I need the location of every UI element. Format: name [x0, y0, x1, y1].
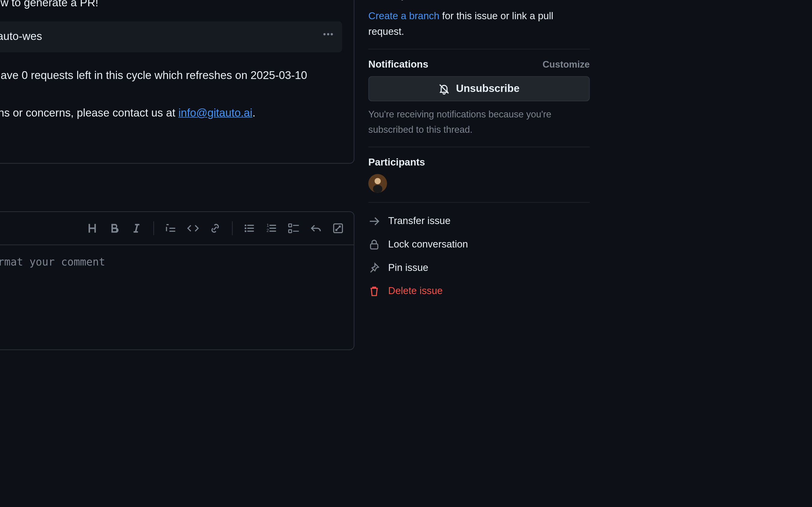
italic-button[interactable]: [127, 219, 147, 238]
editor-area: [0, 245, 354, 350]
issue-actions: Transfer issue Lock conversation Pin iss…: [368, 203, 590, 303]
svg-rect-30: [289, 224, 292, 227]
add-comment-title: Add a comment: [0, 185, 354, 201]
quote-button[interactable]: [161, 219, 181, 238]
transfer-issue-button[interactable]: Transfer issue: [368, 209, 590, 233]
svg-point-10: [327, 33, 329, 36]
development-desc: Create a branch for this issue or link a…: [368, 8, 590, 40]
delete-issue-button[interactable]: Delete issue: [368, 279, 590, 303]
participants-title: Participants: [368, 157, 425, 168]
pin-icon: [368, 262, 380, 274]
comment-line2: If you have any questions or concerns, p…: [0, 104, 342, 122]
svg-text:1: 1: [267, 223, 269, 228]
comment-body: Click the checkbox below to generate a P…: [0, 0, 354, 163]
bold-icon: [108, 223, 120, 235]
bell-slash-icon: [439, 83, 450, 95]
participant-avatar[interactable]: [368, 174, 387, 192]
list-unordered-icon: [243, 223, 255, 235]
svg-point-9: [324, 33, 326, 36]
reply-button[interactable]: [306, 219, 326, 238]
task-label: Generate PR - gitauto-wes: [0, 27, 42, 46]
svg-rect-27: [269, 225, 276, 226]
sidebar: None yet Development Create a branch for…: [368, 0, 590, 350]
create-branch-link[interactable]: Create a branch: [368, 10, 439, 21]
trash-icon: [368, 285, 380, 297]
ordered-list-button[interactable]: 12: [262, 219, 282, 238]
tasklist-icon: [288, 223, 300, 235]
arrow-right-icon: [368, 215, 380, 227]
comment-line1: @hiroshinishio, You have 0 requests left…: [0, 66, 342, 104]
development-title: Development: [368, 0, 430, 1]
task-item: Generate PR - gitauto-wes: [0, 21, 342, 52]
toolbar-separator: [232, 222, 233, 236]
unsubscribe-button[interactable]: Unsubscribe: [368, 76, 590, 101]
svg-rect-37: [370, 243, 378, 249]
svg-rect-24: [247, 231, 254, 232]
svg-point-19: [245, 225, 246, 226]
svg-point-11: [331, 33, 333, 36]
reply-icon: [310, 223, 322, 235]
svg-text:2: 2: [267, 228, 269, 233]
lock-icon: [368, 238, 380, 250]
svg-point-21: [245, 231, 246, 232]
code-button[interactable]: [183, 219, 203, 238]
quote-icon: [165, 223, 177, 235]
task-menu-button[interactable]: [322, 27, 334, 46]
pin-issue-button[interactable]: Pin issue: [368, 256, 590, 279]
customize-link[interactable]: Customize: [543, 59, 590, 70]
heading-button[interactable]: [82, 219, 102, 238]
notif-reason: You're receiving notifications because y…: [368, 107, 590, 137]
svg-rect-22: [247, 225, 254, 226]
bold-button[interactable]: [105, 219, 124, 238]
svg-rect-31: [289, 230, 292, 233]
lock-conversation-button[interactable]: Lock conversation: [368, 233, 590, 256]
link-icon: [209, 223, 221, 235]
comment-editor: Write Preview: [0, 212, 354, 350]
list-ordered-icon: 12: [266, 223, 278, 235]
svg-rect-23: [247, 228, 254, 229]
fullscreen-icon: [332, 223, 344, 235]
svg-rect-29: [269, 231, 276, 232]
svg-point-35: [374, 178, 381, 184]
svg-rect-36: [373, 185, 382, 192]
user-avatar-icon: [368, 174, 387, 192]
development-settings-button[interactable]: [578, 0, 590, 2]
italic-icon: [131, 223, 142, 235]
unordered-list-button[interactable]: [240, 219, 259, 238]
svg-rect-28: [269, 228, 276, 229]
editor-toolbar: Write Preview: [0, 212, 354, 245]
toolbar-separator: [154, 222, 154, 236]
fullscreen-button[interactable]: [328, 219, 348, 238]
svg-point-20: [245, 228, 246, 229]
link-button[interactable]: [205, 219, 225, 238]
comment-card: gitauto-for-dev now Click the checkbox b…: [0, 0, 354, 164]
comment-textarea[interactable]: [0, 256, 342, 338]
notifications-title: Notifications: [368, 59, 428, 70]
heading-icon: [86, 223, 98, 235]
contact-email-link[interactable]: info@gitauto.ai: [178, 107, 252, 119]
comment-intro: Click the checkbox below to generate a P…: [0, 0, 342, 12]
code-icon: [187, 223, 199, 235]
task-list-button[interactable]: [284, 219, 304, 238]
